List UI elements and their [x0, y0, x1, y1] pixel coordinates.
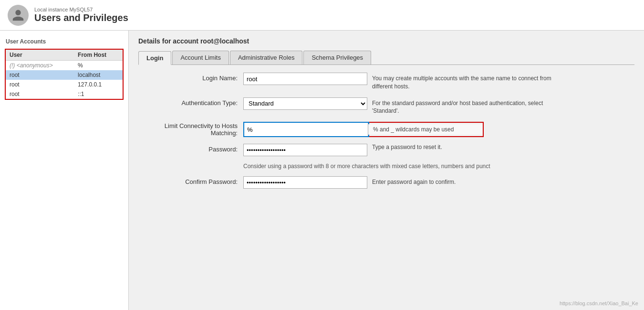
main-layout: User Accounts User From Host (!) <anonym… — [0, 31, 644, 310]
tab-schema-privileges[interactable]: Schema Privileges — [303, 51, 371, 64]
connectivity-row: Limit Connectivity to Hosts Matching: % … — [138, 122, 634, 137]
content-area: Details for account root@localhost Login… — [129, 31, 644, 310]
connectivity-label: Limit Connectivity to Hosts Matching: — [138, 122, 243, 137]
login-name-row: Login Name: You may create multiple acco… — [138, 73, 634, 91]
user-cell: root — [6, 89, 74, 99]
login-name-control: You may create multiple accounts with th… — [243, 73, 634, 91]
col-user: User — [6, 50, 74, 61]
password-row: Password: Type a password to reset it. — [138, 144, 634, 156]
confirm-password-hint: Enter password again to confirm. — [372, 176, 456, 186]
avatar — [8, 5, 29, 26]
table-row[interactable]: root127.0.0.1 — [6, 80, 123, 89]
login-name-hint: You may create multiple accounts with th… — [372, 73, 553, 91]
login-form: Login Name: You may create multiple acco… — [138, 73, 634, 189]
password-input[interactable] — [243, 144, 367, 156]
instance-name: Local instance MySQL57 — [34, 7, 128, 12]
host-cell: 127.0.0.1 — [74, 80, 123, 89]
login-name-input[interactable] — [243, 73, 367, 85]
sidebar: User Accounts User From Host (!) <anonym… — [0, 31, 129, 310]
table-row[interactable]: root::1 — [6, 89, 123, 99]
host-cell: ::1 — [74, 89, 123, 99]
table-row[interactable]: rootlocalhost — [6, 70, 123, 80]
confirm-password-row: Confirm Password: Enter password again t… — [138, 176, 634, 189]
table-header-row: User From Host — [6, 50, 123, 61]
connectivity-highlight: % and _ wildcards may be used — [243, 122, 484, 137]
connectivity-hint: % and _ wildcards may be used — [368, 124, 483, 135]
confirm-password-label: Confirm Password: — [138, 176, 243, 185]
sidebar-section-title: User Accounts — [0, 35, 128, 47]
password-consider-text: Consider using a password with 8 or more… — [243, 163, 634, 170]
auth-type-label: Authentication Type: — [138, 97, 243, 107]
user-cell: root — [6, 70, 74, 80]
tab-account-limits[interactable]: Account Limits — [172, 51, 229, 64]
user-accounts-table-container: User From Host (!) <anonymous>%rootlocal… — [5, 49, 124, 100]
watermark: https://blog.csdn.net/Xiao_Bai_Ke — [560, 300, 638, 306]
header-text: Local instance MySQL57 Users and Privile… — [34, 7, 128, 23]
password-label: Password: — [138, 144, 243, 153]
user-accounts-table: User From Host (!) <anonymous>%rootlocal… — [6, 50, 123, 99]
user-cell: root — [6, 80, 74, 89]
password-hint: Type a password to reset it. — [372, 144, 442, 150]
tab-login[interactable]: Login — [138, 51, 171, 65]
password-control: Type a password to reset it. — [243, 144, 634, 156]
login-name-label: Login Name: — [138, 73, 243, 82]
host-cell: % — [74, 61, 123, 71]
col-host: From Host — [74, 50, 123, 61]
tab-administrative-roles[interactable]: Administrative Roles — [230, 51, 303, 64]
page-title: Users and Privileges — [34, 12, 128, 23]
confirm-password-control: Enter password again to confirm. — [243, 176, 634, 189]
auth-type-row: Authentication Type: Standard MySQL Nati… — [138, 97, 634, 116]
auth-type-select[interactable]: Standard MySQL Native Password SHA256 Pa… — [243, 97, 367, 110]
host-cell: localhost — [74, 70, 123, 80]
table-row[interactable]: (!) <anonymous>% — [6, 61, 123, 71]
header: Local instance MySQL57 Users and Privile… — [0, 0, 644, 31]
tab-bar: Login Account Limits Administrative Role… — [138, 51, 634, 65]
connectivity-input[interactable] — [244, 123, 368, 136]
details-title: Details for account root@localhost — [138, 37, 634, 45]
auth-type-hint: For the standard password and/or host ba… — [372, 97, 553, 116]
auth-type-control: Standard MySQL Native Password SHA256 Pa… — [243, 97, 634, 116]
confirm-password-input[interactable] — [243, 176, 367, 189]
user-cell: (!) <anonymous> — [6, 61, 74, 71]
